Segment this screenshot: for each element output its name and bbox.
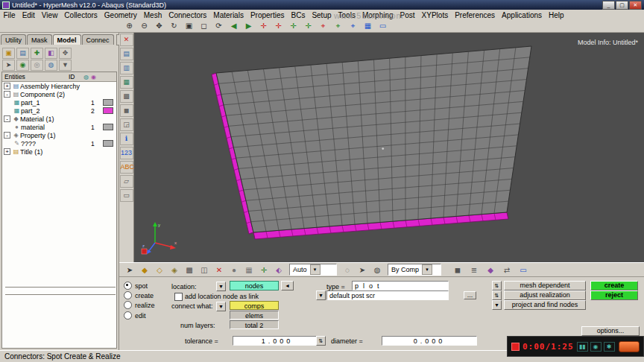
post-script-dropdown-icon[interactable]: ▼ — [316, 290, 326, 300]
radio-dot[interactable] — [124, 301, 132, 309]
menu-item-view[interactable]: View — [38, 11, 61, 19]
expand-icon[interactable]: + — [4, 83, 10, 89]
collapse-icon[interactable]: - — [4, 91, 10, 98]
menu-item-edit[interactable]: Edit — [19, 11, 38, 19]
color-mode-icon[interactable]: ◧ — [45, 48, 57, 59]
create-collector-icon[interactable]: ▣ — [2, 48, 15, 59]
xy-plane-view-icon[interactable]: ✛ — [256, 20, 271, 32]
radio-realize[interactable]: realize — [124, 301, 155, 309]
chevron-down-icon[interactable]: ▼ — [310, 264, 321, 275]
isolate-icon[interactable]: ◍ — [45, 60, 57, 71]
show-icon[interactable]: ◉ — [16, 60, 29, 71]
fit-view-icon[interactable]: ▣ — [182, 20, 196, 32]
tab-mask[interactable]: Mask — [27, 34, 52, 45]
collapse-icon[interactable]: - — [4, 115, 10, 122]
tree-row-assembly[interactable]: + ▤ Assembly Hierarchy — [2, 82, 116, 90]
hidden-line-icon[interactable]: ◈ — [168, 264, 181, 276]
mask-icon[interactable]: ▩ — [183, 264, 196, 276]
mesh-plate[interactable] — [134, 33, 644, 262]
menu-item-bcs[interactable]: BCs — [288, 11, 309, 19]
type-input[interactable]: plot — [352, 281, 449, 290]
next-view-icon[interactable]: ▶ — [242, 20, 256, 32]
maximize-button[interactable]: ▢ — [616, 1, 628, 10]
feature-lines-icon[interactable]: ✛ — [257, 264, 271, 276]
close-panel-icon[interactable]: ✕ — [120, 34, 133, 46]
add-link-checkbox[interactable] — [174, 293, 183, 301]
project-find-nodes-button[interactable]: project and find nodes — [504, 300, 586, 310]
menu-item-file[interactable]: File — [0, 11, 19, 19]
menu-item-applications[interactable]: Applications — [499, 11, 546, 19]
chevron-down-icon[interactable]: ▼ — [422, 264, 432, 275]
tree-row-material[interactable]: ● material 1 — [2, 123, 116, 131]
location-dropdown-icon[interactable]: ▼ — [216, 282, 226, 291]
options-button[interactable]: options... — [581, 326, 640, 336]
diameter-cycle-icon[interactable]: ⇅ — [316, 336, 326, 346]
diameter-input[interactable]: 0.000 — [382, 336, 477, 346]
radio-dot[interactable] — [124, 282, 132, 290]
menu-item-help[interactable]: Help — [546, 11, 568, 19]
sphere-display-icon[interactable]: ◍ — [370, 264, 384, 276]
color-swatch[interactable] — [103, 107, 113, 114]
yz-plane-view-icon[interactable]: ✛ — [271, 20, 285, 32]
prev-view-icon[interactable]: ◀ — [227, 20, 241, 32]
tab-utility[interactable]: Utility — [1, 34, 26, 45]
expand-tree-icon[interactable]: ✥ — [59, 48, 72, 59]
menu-item-properties[interactable]: Properties — [247, 11, 288, 19]
bycomp-combo[interactable]: By Comp ▼ — [388, 264, 441, 276]
adjust-realization-cycle-icon[interactable]: ⇅ — [492, 290, 502, 300]
note-icon[interactable]: ▭ — [120, 189, 133, 202]
minimize-button[interactable]: _ — [602, 1, 615, 10]
radio-edit[interactable]: edit — [124, 311, 146, 320]
mesh-dependent-cycle-icon[interactable]: ⇅ — [492, 281, 502, 290]
triad-left-icon[interactable]: ⌖ — [316, 20, 330, 32]
tree-row-title[interactable]: + ▤ Title (1) — [2, 147, 116, 156]
camera-icon[interactable]: ◉ — [590, 342, 602, 352]
shaded-elements-icon[interactable]: ● — [227, 264, 241, 276]
mesh-dependent-button[interactable]: mesh dependent — [504, 281, 586, 290]
screen-capture-icon[interactable]: ▭ — [376, 20, 390, 32]
pan-icon[interactable]: ✥ — [152, 20, 166, 32]
adjust-realization-button[interactable]: adjust realization — [504, 290, 586, 300]
connect-elems-selector[interactable]: elems — [230, 311, 279, 320]
num-layers-selector[interactable]: total 2 — [230, 320, 279, 329]
tree-row-material-group[interactable]: - ◆ Material (1) — [2, 115, 116, 123]
shaded-geometry-icon[interactable]: ◆ — [138, 264, 151, 276]
menu-item-preferences[interactable]: Preferences — [452, 11, 499, 19]
xz-plane-view-icon[interactable]: ✛ — [286, 20, 300, 32]
browse-button[interactable]: ... — [464, 291, 476, 299]
graphics-viewport[interactable]: Model Info: Untitled* y x z — [134, 33, 644, 262]
wireframe-geometry-icon[interactable]: ◇ — [153, 264, 166, 276]
clear-mask-icon[interactable]: ✕ — [212, 264, 226, 276]
settings-icon[interactable]: ✱ — [604, 342, 615, 352]
hide-icon[interactable]: ◎ — [31, 60, 43, 71]
tree-splitter[interactable] — [5, 294, 116, 297]
reject-button[interactable]: reject — [590, 290, 638, 300]
zoom-window-icon[interactable]: ◻ — [197, 20, 211, 32]
monitor-icon[interactable]: ▭ — [517, 264, 530, 276]
menu-item-mesh[interactable]: Mesh — [140, 11, 165, 19]
mesh-lines-icon[interactable]: ▦ — [242, 264, 256, 276]
solid-cube-icon[interactable]: ◼ — [451, 264, 464, 276]
post-script-input[interactable]: default post scr — [326, 290, 449, 300]
layers-icon[interactable]: ≣ — [467, 264, 481, 276]
vector-display-icon[interactable]: ➤ — [356, 264, 369, 276]
color-swatch[interactable] — [103, 99, 113, 106]
entity-mode-icon[interactable]: ⬖ — [272, 264, 285, 276]
connect-comps-selector[interactable]: comps — [230, 301, 279, 310]
tree-splitter[interactable] — [5, 287, 116, 290]
pause-icon[interactable]: ▮▮ — [577, 342, 588, 352]
palette-icon[interactable]: ◉ — [91, 74, 96, 80]
diamond-icon[interactable]: ◆ — [484, 264, 497, 276]
collapse-icon[interactable]: - — [4, 132, 10, 139]
tab-model[interactable]: Model — [53, 34, 81, 45]
info-icon[interactable]: ℹ — [120, 133, 133, 145]
menu-item-setup[interactable]: Setup — [309, 11, 335, 19]
tab-connectors[interactable]: Connec — [82, 34, 114, 45]
view-shaded-icon[interactable]: ◼ — [120, 104, 133, 117]
location-selector[interactable]: nodes — [230, 281, 279, 290]
create-button[interactable]: create — [590, 281, 638, 290]
auto-combo[interactable]: Auto ▼ — [289, 264, 337, 276]
measure-icon[interactable]: ▱ — [120, 175, 133, 188]
unmask-icon[interactable]: ◫ — [198, 264, 211, 276]
select-pointer-icon[interactable]: ➤ — [2, 60, 15, 71]
